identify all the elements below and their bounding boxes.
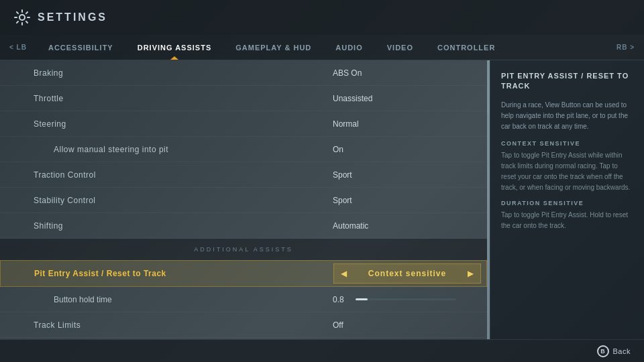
scrollbar[interactable]	[487, 60, 490, 339]
chevron-right-icon[interactable]: ▶	[468, 269, 474, 278]
slider-fill	[356, 298, 368, 300]
nav-tabs: < LB ACCESSIBILITY DRIVING ASSISTS GAMEP…	[0, 35, 644, 60]
track-limits-value: Off	[333, 320, 467, 330]
throttle-value: Unassisted	[333, 94, 467, 103]
pit-entry-selector[interactable]: ◀ Context sensitive ▶	[333, 263, 481, 284]
tab-controller[interactable]: CONTROLLER	[425, 35, 507, 60]
section-divider-additional: ADDITIONAL ASSISTS	[0, 239, 487, 260]
stability-value: Sport	[333, 196, 467, 205]
info-title: PIT ENTRY ASSIST / RESET TO TRACK	[501, 71, 633, 92]
braking-value: ABS On	[333, 68, 467, 78]
setting-manual-steering[interactable]: Allow manual steering into pit On	[0, 137, 487, 162]
nav-lb[interactable]: < LB	[0, 35, 36, 60]
tab-audio[interactable]: AUDIO	[323, 35, 374, 60]
slider-track[interactable]	[356, 298, 456, 300]
tab-driving-assists[interactable]: DRIVING ASSISTS	[125, 35, 224, 60]
info-subtext-2: Tap to toggle Pit Entry Assist. Hold to …	[501, 210, 633, 231]
traction-value: Sport	[333, 170, 467, 180]
setting-pit-entry[interactable]: Pit Entry Assist / Reset to Track ◀ Cont…	[0, 260, 487, 287]
b-button-icon: B	[597, 345, 609, 357]
nav-rb[interactable]: RB >	[607, 35, 644, 60]
back-button[interactable]: B Back	[597, 345, 631, 357]
manual-steering-value: On	[333, 145, 467, 154]
footer: B Back	[0, 339, 644, 362]
settings-panel: Braking ABS On Throttle Unassisted Steer…	[0, 60, 487, 339]
back-label: Back	[613, 347, 631, 355]
setting-shifting[interactable]: Shifting Automatic	[0, 213, 487, 239]
shifting-label: Shifting	[34, 221, 333, 231]
setting-track-limits[interactable]: Track Limits Off	[0, 312, 487, 338]
setting-braking[interactable]: Braking ABS On	[0, 60, 487, 86]
info-subtext-1: Tap to toggle Pit Entry Assist while wit…	[501, 150, 633, 193]
button-hold-label: Button hold time	[54, 295, 333, 304]
shifting-value: Automatic	[333, 221, 467, 231]
info-body: During a race, View Button can be used t…	[501, 100, 633, 132]
setting-button-hold[interactable]: Button hold time 0.8	[0, 287, 487, 312]
gear-icon	[13, 9, 31, 26]
main-content: Braking ABS On Throttle Unassisted Steer…	[0, 60, 644, 339]
tab-accessibility[interactable]: ACCESSIBILITY	[36, 35, 125, 60]
slider-area[interactable]: 0.8	[333, 295, 467, 304]
steering-label: Steering	[34, 119, 333, 129]
throttle-label: Throttle	[34, 94, 333, 103]
track-limits-label: Track Limits	[34, 320, 333, 330]
traction-label: Traction Control	[34, 170, 333, 180]
manual-steering-label: Allow manual steering into pit	[54, 145, 333, 154]
scrollbar-thumb[interactable]	[487, 114, 490, 168]
stability-label: Stability Control	[34, 196, 333, 205]
pit-entry-value: Context sensitive	[352, 269, 462, 278]
braking-label: Braking	[34, 68, 333, 78]
steering-value: Normal	[333, 119, 467, 129]
pit-entry-label: Pit Entry Assist / Reset to Track	[11, 269, 333, 278]
setting-steering[interactable]: Steering Normal	[0, 111, 487, 137]
header: SETTINGS	[0, 0, 644, 35]
info-subtitle-1: CONTEXT SENSITIVE	[501, 140, 633, 147]
slider-value: 0.8	[333, 295, 349, 304]
setting-throttle[interactable]: Throttle Unassisted	[0, 86, 487, 111]
header-title: SETTINGS	[38, 11, 107, 23]
section-divider-label: ADDITIONAL ASSISTS	[194, 246, 293, 253]
svg-point-0	[19, 15, 25, 20]
setting-stability[interactable]: Stability Control Sport	[0, 188, 487, 213]
tab-video[interactable]: VIDEO	[375, 35, 425, 60]
chevron-left-icon[interactable]: ◀	[341, 269, 347, 278]
tab-gameplay-hud[interactable]: GAMEPLAY & HUD	[223, 35, 323, 60]
info-panel: PIT ENTRY ASSIST / RESET TO TRACK During…	[490, 60, 644, 339]
info-subtitle-2: DURATION SENSITIVE	[501, 200, 633, 206]
setting-traction[interactable]: Traction Control Sport	[0, 162, 487, 188]
